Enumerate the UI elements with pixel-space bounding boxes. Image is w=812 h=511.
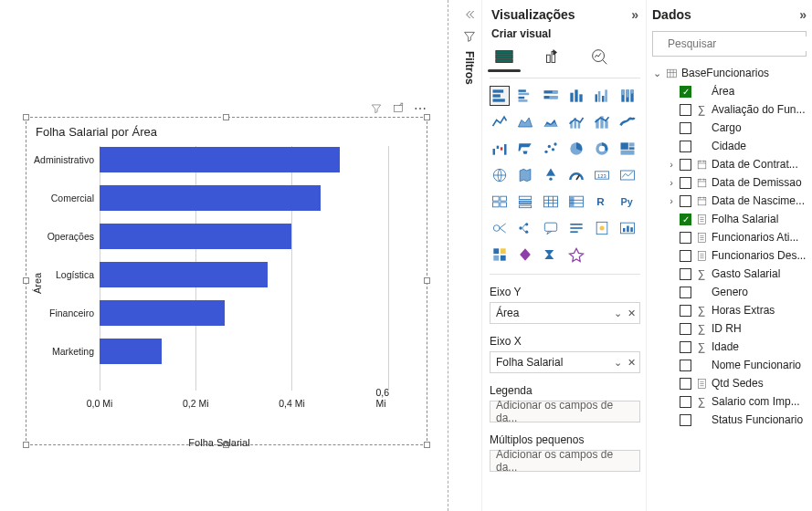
field-row[interactable]: Cidade xyxy=(650,137,808,155)
resize-handle[interactable] xyxy=(424,277,430,284)
filter-icon[interactable] xyxy=(370,102,383,115)
field-checkbox[interactable] xyxy=(680,141,691,152)
field-checkbox[interactable] xyxy=(680,195,691,207)
viz-type-clustered-column[interactable] xyxy=(592,86,612,106)
bar[interactable] xyxy=(100,300,225,326)
viz-type-paginated[interactable] xyxy=(592,218,612,238)
viz-type-slicer[interactable] xyxy=(515,192,535,212)
viz-type-matrix[interactable] xyxy=(566,192,586,212)
chevron-down-icon[interactable]: ⌄ xyxy=(614,308,622,319)
field-checkbox[interactable]: ✓ xyxy=(680,214,691,225)
viz-type-decomposition[interactable] xyxy=(515,218,535,238)
build-visual-tab[interactable] xyxy=(493,46,515,68)
expand-panel-icon[interactable] xyxy=(462,7,477,22)
viz-type-custom-visual[interactable] xyxy=(566,245,586,265)
viz-type-line-stacked[interactable] xyxy=(592,112,612,132)
field-row[interactable]: Funcionarios Des... xyxy=(650,246,808,265)
viz-type-narrative[interactable] xyxy=(566,218,586,238)
field-row[interactable]: Qtd Sedes xyxy=(650,374,808,392)
field-row[interactable]: ∑Horas Extras xyxy=(650,301,808,319)
bar[interactable] xyxy=(100,339,162,364)
viz-type-powerautomate[interactable] xyxy=(541,245,561,265)
field-checkbox[interactable] xyxy=(680,360,691,371)
viz-type-line-clustered[interactable] xyxy=(566,112,586,132)
field-checkbox[interactable] xyxy=(680,414,691,426)
field-row[interactable]: ∑Idade xyxy=(650,338,808,356)
caret-down-icon[interactable]: ⌄ xyxy=(652,68,661,79)
search-input[interactable] xyxy=(666,36,807,51)
filters-icon[interactable] xyxy=(462,29,477,44)
field-checkbox[interactable] xyxy=(680,378,691,390)
viz-type-py-visual[interactable]: Py xyxy=(617,192,638,212)
bar[interactable] xyxy=(100,147,340,172)
field-row[interactable]: ›Data de Contrat... xyxy=(650,155,808,173)
field-row[interactable]: ∑ID RH xyxy=(650,319,808,338)
field-checkbox[interactable] xyxy=(680,305,691,317)
field-row[interactable]: Funcionarios Ati... xyxy=(650,228,808,246)
resize-handle[interactable] xyxy=(424,442,430,448)
field-row[interactable]: Status Funcionario xyxy=(650,411,808,429)
viz-type-app[interactable] xyxy=(490,245,510,265)
viz-type-multi-card[interactable] xyxy=(490,192,510,212)
field-row[interactable]: ∑Salario com Imp... xyxy=(650,392,808,411)
viz-type-map[interactable] xyxy=(490,165,510,185)
field-row[interactable]: ✓Folha Salarial xyxy=(650,210,808,228)
viz-type-filled-map[interactable] xyxy=(515,165,535,185)
field-checkbox[interactable] xyxy=(680,250,691,262)
viz-type-funnel[interactable] xyxy=(515,139,535,159)
resize-handle[interactable] xyxy=(23,277,29,284)
bar[interactable] xyxy=(100,224,291,249)
viz-type-table[interactable] xyxy=(541,192,561,212)
viz-type-qa[interactable] xyxy=(541,218,561,238)
field-row[interactable]: ∑Gasto Salarial xyxy=(650,265,808,283)
field-row[interactable]: ✓Área xyxy=(650,82,808,100)
search-box[interactable] xyxy=(652,31,807,57)
viz-type-powerapps[interactable] xyxy=(515,245,535,265)
viz-type-scatter[interactable] xyxy=(541,139,561,159)
report-canvas[interactable]: ⋯ Folha Salarial por Área Área 0,0 Mi0,2… xyxy=(0,0,448,511)
caret-right-icon[interactable]: › xyxy=(667,159,676,170)
viz-type-pie[interactable] xyxy=(566,139,586,159)
field-checkbox[interactable] xyxy=(680,396,691,408)
legenda-well[interactable]: Adicionar os campos de da... xyxy=(490,401,640,422)
field-row[interactable]: Nome Funcionario xyxy=(650,356,808,374)
field-checkbox[interactable] xyxy=(680,232,691,244)
viz-type-metrics[interactable] xyxy=(617,218,638,238)
field-checkbox[interactable] xyxy=(680,159,691,171)
viz-type-line[interactable] xyxy=(490,112,510,132)
format-visual-tab[interactable] xyxy=(541,46,563,68)
table-node[interactable]: ⌄ BaseFuncionarios xyxy=(650,64,808,82)
bar[interactable] xyxy=(100,262,268,287)
caret-right-icon[interactable]: › xyxy=(667,177,676,188)
field-checkbox[interactable] xyxy=(680,122,691,134)
filters-panel-tab[interactable]: Filtros xyxy=(463,51,476,85)
viz-type-area[interactable] xyxy=(515,112,535,132)
field-checkbox[interactable] xyxy=(680,341,691,353)
viz-type-stacked-bar[interactable] xyxy=(490,86,510,106)
field-row[interactable]: Genero xyxy=(650,283,808,301)
eixo-y-field[interactable]: Área ⌄✕ xyxy=(490,302,640,324)
viz-type-card[interactable]: 123 xyxy=(592,165,612,185)
collapse-pane-icon[interactable]: » xyxy=(631,7,638,22)
focus-mode-icon[interactable] xyxy=(392,102,405,115)
viz-type-stacked-100-bar[interactable] xyxy=(541,86,561,106)
viz-type-stacked-column[interactable] xyxy=(566,86,586,106)
resize-handle[interactable] xyxy=(223,114,229,120)
collapse-pane-icon[interactable]: » xyxy=(799,7,807,22)
eixo-x-field[interactable]: Folha Salarial ⌄✕ xyxy=(490,351,640,373)
field-checkbox[interactable]: ✓ xyxy=(680,86,691,98)
viz-type-treemap[interactable] xyxy=(617,139,638,159)
analytics-tab[interactable] xyxy=(588,46,610,68)
more-options-icon[interactable]: ⋯ xyxy=(414,101,427,116)
field-row[interactable]: ›Data de Nascime... xyxy=(650,192,808,210)
viz-type-waterfall[interactable] xyxy=(490,139,510,159)
chevron-down-icon[interactable]: ⌄ xyxy=(614,357,622,369)
field-checkbox[interactable] xyxy=(680,287,691,298)
viz-type-clustered-bar[interactable] xyxy=(515,86,535,106)
remove-field-icon[interactable]: ✕ xyxy=(627,357,636,369)
viz-type-r-visual[interactable]: R xyxy=(592,192,612,212)
viz-type-stacked-area[interactable] xyxy=(541,112,561,132)
viz-type-donut[interactable] xyxy=(592,139,612,159)
field-checkbox[interactable] xyxy=(680,268,691,280)
viz-type-kpi[interactable] xyxy=(617,165,638,185)
